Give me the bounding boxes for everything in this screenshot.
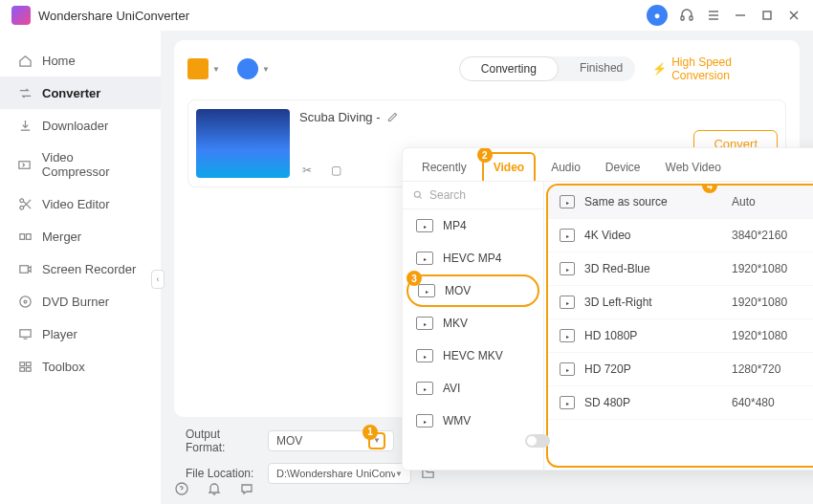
main-content: ▼ ▼ Converting Finished ⚡ High Speed Con…	[161, 31, 813, 504]
svg-rect-20	[19, 367, 24, 371]
format-avi[interactable]: ▸AVI	[403, 372, 543, 405]
edit-title-icon[interactable]	[386, 111, 399, 123]
sidebar-item-label: Player	[42, 327, 77, 341]
video-file-icon: ▸	[416, 414, 433, 427]
file-title: Scuba Diving -	[299, 110, 684, 124]
headset-icon[interactable]	[679, 8, 694, 23]
video-file-icon: ▸	[560, 262, 575, 275]
resolution-name: HD 1080P	[584, 329, 722, 342]
compress-icon	[17, 157, 33, 172]
player-icon	[17, 326, 33, 341]
output-format-select[interactable]: MOV 1 ▼	[268, 430, 394, 451]
sidebar-item-converter[interactable]: Converter	[0, 77, 161, 109]
home-icon	[17, 53, 33, 68]
resolution-item[interactable]: ▸ HD 720P 1280*720	[548, 353, 813, 386]
convert-icon	[17, 85, 33, 100]
sidebar-item-editor[interactable]: Video Editor	[0, 187, 161, 220]
toolbar: ▼ ▼ Converting Finished ⚡ High Speed Con…	[187, 50, 786, 88]
format-hevc-mp4[interactable]: ▸HEVC MP4	[403, 242, 543, 274]
tab-video[interactable]: 2 Video	[482, 152, 536, 181]
sidebar-item-dvd[interactable]: DVD Burner	[0, 285, 161, 318]
resolution-item[interactable]: ▸ 3D Red-Blue 1920*1080	[548, 252, 813, 286]
sidebar-item-toolbox[interactable]: Toolbox	[0, 350, 161, 383]
high-speed-conversion-link[interactable]: ⚡ High Speed Conversion	[652, 55, 786, 82]
tab-converting[interactable]: Converting	[459, 56, 559, 81]
resolution-item[interactable]: ▸ 3D Left-Right 1920*1080	[548, 286, 813, 319]
format-wmv[interactable]: ▸WMV	[403, 405, 543, 437]
footer-icons	[174, 481, 254, 496]
svg-rect-18	[19, 362, 24, 365]
resolution-name: 4K Video	[584, 229, 722, 242]
output-format-label: Output Format:	[186, 427, 258, 454]
svg-rect-1	[690, 16, 692, 20]
sidebar-item-home[interactable]: Home	[0, 44, 161, 77]
bell-icon[interactable]	[207, 481, 222, 496]
resolution-dim: 1920*1080	[732, 329, 813, 342]
tab-device[interactable]: Device	[596, 154, 650, 181]
video-file-icon: ▸	[416, 219, 433, 232]
resolution-name: HD 720P	[584, 362, 722, 376]
add-folder-icon	[237, 58, 258, 79]
sidebar-item-downloader[interactable]: Downloader	[0, 109, 161, 142]
resolution-item[interactable]: ▸ SD 480P 640*480	[548, 386, 813, 420]
add-folder-button[interactable]: ▼	[237, 58, 270, 79]
chevron-down-icon: ▼	[212, 65, 220, 74]
svg-point-15	[19, 296, 30, 306]
resolution-list: 4 ▸ Same as source Auto ▸ 4K Video 3840*…	[546, 184, 813, 468]
sidebar-item-merger[interactable]: Merger	[0, 220, 161, 252]
sidebar-item-player[interactable]: Player	[0, 318, 161, 350]
maximize-icon[interactable]	[759, 8, 775, 23]
toolbox-icon	[17, 359, 33, 374]
close-icon[interactable]	[786, 8, 802, 23]
callout-badge-1: 1	[363, 425, 378, 440]
resolution-dim: 1920*1080	[732, 262, 813, 275]
sidebar-item-recorder[interactable]: Screen Recorder	[0, 252, 161, 285]
video-file-icon: ▸	[560, 296, 575, 309]
tab-web-video[interactable]: Web Video	[656, 154, 731, 181]
sidebar-item-label: Video Compressor	[42, 150, 143, 179]
format-hevc-mkv[interactable]: ▸HEVC MKV	[403, 340, 543, 372]
format-mov[interactable]: 3 ▸MOV	[406, 274, 539, 307]
svg-point-16	[24, 300, 27, 303]
menu-icon[interactable]	[706, 8, 721, 23]
bolt-icon: ⚡	[652, 62, 667, 76]
feedback-icon[interactable]	[239, 481, 254, 496]
tab-audio[interactable]: Audio	[541, 154, 590, 181]
format-search[interactable]: Search	[403, 182, 543, 209]
resolution-item[interactable]: ▸ HD 1080P 1920*1080	[548, 319, 813, 353]
chevron-down-icon: ▼	[395, 470, 403, 478]
svg-rect-13	[26, 233, 31, 239]
resolution-name: 3D Left-Right	[584, 296, 722, 309]
minimize-icon[interactable]	[733, 8, 748, 23]
format-list: Search ▸MP4 ▸HEVC MP4 3 ▸MOV ▸MKV ▸HEVC …	[403, 182, 544, 470]
file-location-select[interactable]: D:\Wondershare UniConverter ▼	[268, 463, 411, 484]
sidebar-item-label: Screen Recorder	[42, 262, 136, 276]
svg-point-10	[19, 198, 23, 202]
merge-files-switch[interactable]	[525, 434, 550, 448]
svg-rect-19	[26, 362, 31, 365]
resolution-item[interactable]: ▸ 4K Video 3840*2160	[548, 219, 813, 252]
resolution-item[interactable]: ▸ Same as source Auto	[548, 186, 813, 219]
app-title: Wondershare UniConverter	[38, 9, 647, 23]
trim-icon[interactable]: ✂	[299, 163, 315, 178]
tab-finished[interactable]: Finished	[559, 56, 635, 81]
crop-icon[interactable]: ▢	[328, 163, 343, 178]
callout-badge-3: 3	[406, 271, 422, 286]
sidebar-item-label: Merger	[42, 230, 81, 244]
app-logo	[11, 6, 31, 25]
svg-rect-14	[19, 265, 27, 273]
add-files-button[interactable]: ▼	[187, 58, 220, 79]
format-mkv[interactable]: ▸MKV	[403, 307, 543, 340]
titlebar: Wondershare UniConverter ●	[0, 0, 813, 31]
user-avatar-icon[interactable]: ●	[647, 5, 668, 26]
dvd-icon	[17, 294, 33, 309]
video-file-icon: ▸	[416, 349, 433, 362]
help-icon[interactable]	[174, 481, 189, 496]
video-thumbnail[interactable]	[196, 109, 290, 178]
sidebar-item-compressor[interactable]: Video Compressor	[0, 142, 161, 187]
resolution-dim: Auto	[732, 195, 813, 208]
format-mp4[interactable]: ▸MP4	[403, 209, 543, 242]
tab-recently[interactable]: Recently	[412, 154, 476, 181]
sidebar-item-label: Converter	[42, 86, 100, 100]
video-file-icon: ▸	[560, 329, 575, 342]
